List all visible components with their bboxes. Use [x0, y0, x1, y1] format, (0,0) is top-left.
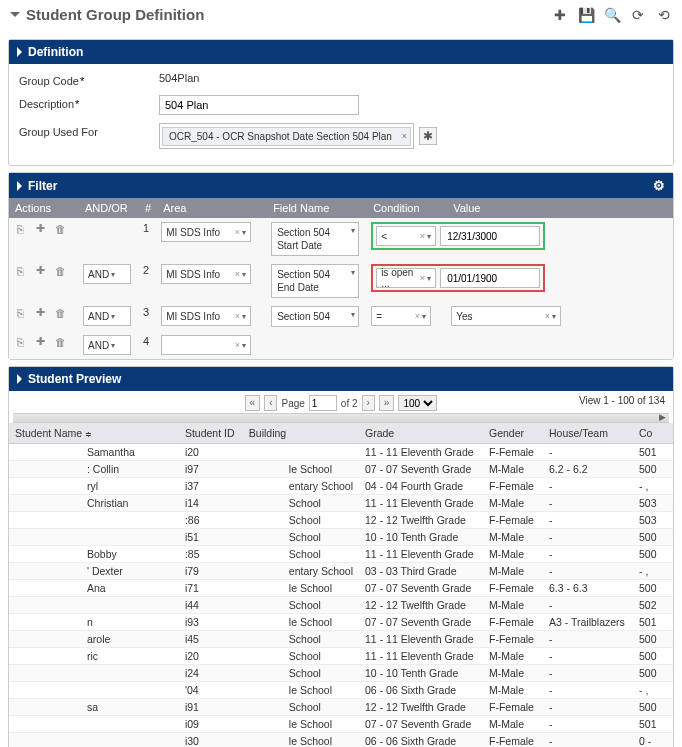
andor-select[interactable]: AND▾ [83, 335, 131, 355]
add-icon[interactable]: ✚ [552, 7, 568, 23]
cell-id: i20 [179, 444, 243, 461]
preview-panel-header[interactable]: Student Preview [9, 367, 673, 391]
panel-caret-icon [17, 181, 22, 191]
delete-row-icon[interactable]: 🗑 [53, 336, 67, 348]
cell-grade: 07 - 07 Seventh Grade [359, 614, 483, 631]
col-gender[interactable]: Gender [483, 423, 543, 444]
cell-house: - [543, 648, 633, 665]
cell-id: :86 [179, 512, 243, 529]
horizontal-scrollbar[interactable] [13, 413, 669, 423]
cell-bldg: le School [243, 716, 359, 733]
copy-row-icon[interactable]: ⎘ [13, 223, 27, 235]
cell-id: i24 [179, 665, 243, 682]
table-row[interactable]: i30le School06 - 06 Sixth GradeF-Female-… [9, 733, 673, 748]
cell-gender: F-Female [483, 444, 543, 461]
group-code-value: 504Plan [159, 72, 663, 84]
cell-gender: F-Female [483, 580, 543, 597]
field-select[interactable]: Section 504 End Date▾ [271, 264, 359, 298]
value-input[interactable] [440, 268, 540, 288]
delete-row-icon[interactable]: 🗑 [53, 223, 67, 235]
pager-first-button[interactable]: « [245, 395, 261, 411]
table-row[interactable]: ni93le School07 - 07 Seventh GradeF-Fema… [9, 614, 673, 631]
condition-select[interactable]: <×▾ [376, 226, 436, 246]
save-icon[interactable]: 💾 [578, 7, 594, 23]
table-row[interactable]: '04le School06 - 06 Sixth GradeM-Male-- … [9, 682, 673, 699]
add-row-icon[interactable]: ✚ [33, 335, 47, 348]
table-row[interactable]: : Collini97le School07 - 07 Seventh Grad… [9, 461, 673, 478]
pager-pagesize-select[interactable]: 100 [398, 395, 437, 411]
filter-row: ⎘✚🗑1MI SDS Info×▾Section 504 Start Date▾… [9, 218, 673, 260]
table-row[interactable]: Samanthai2011 - 11 Eleventh GradeF-Femal… [9, 444, 673, 461]
col-student-name[interactable]: Student Name ≑ [9, 423, 179, 444]
col-house[interactable]: House/Team [543, 423, 633, 444]
table-row[interactable]: Christiani14School11 - 11 Eleventh Grade… [9, 495, 673, 512]
table-row[interactable]: :86School12 - 12 Twelfth GradeF-Female-5… [9, 512, 673, 529]
area-select[interactable]: MI SDS Info×▾ [161, 264, 251, 284]
sync-icon[interactable]: ⟲ [656, 7, 672, 23]
cell-bldg: le School [243, 682, 359, 699]
panel-settings-icon[interactable]: ⚙ [653, 178, 665, 193]
table-row[interactable]: Bobby:85School11 - 11 Eleventh GradeM-Ma… [9, 546, 673, 563]
cell-name: n [9, 614, 179, 631]
table-row[interactable]: Anai71le School07 - 07 Seventh GradeF-Fe… [9, 580, 673, 597]
copy-row-icon[interactable]: ⎘ [13, 336, 27, 348]
pill-remove-icon[interactable]: × [402, 131, 407, 141]
andor-select[interactable]: AND▾ [83, 306, 131, 326]
cell-gender: M-Male [483, 563, 543, 580]
table-row[interactable]: ryli37entary School04 - 04 Fourth GradeF… [9, 478, 673, 495]
definition-panel-header[interactable]: Definition [9, 40, 673, 64]
condition-select[interactable]: =×▾ [371, 306, 431, 326]
col-co[interactable]: Co [633, 423, 673, 444]
table-row[interactable]: i51School10 - 10 Tenth GradeM-Male-500 [9, 529, 673, 546]
add-group-used-for-button[interactable]: ✱ [419, 127, 437, 145]
filter-panel-header[interactable]: Filter ⚙ [9, 173, 673, 198]
description-input[interactable] [159, 95, 359, 115]
pager-next-button[interactable]: › [362, 395, 375, 411]
panel-title: Student Preview [28, 372, 121, 386]
page-title: Student Group Definition [26, 6, 552, 23]
collapse-icon[interactable] [10, 12, 20, 17]
table-row[interactable]: sai91School12 - 12 Twelfth GradeF-Female… [9, 699, 673, 716]
table-row[interactable]: arolei45School11 - 11 Eleventh GradeF-Fe… [9, 631, 673, 648]
cell-id: i51 [179, 529, 243, 546]
col-grade[interactable]: Grade [359, 423, 483, 444]
copy-row-icon[interactable]: ⎘ [13, 265, 27, 277]
table-row[interactable]: i09le School07 - 07 Seventh GradeM-Male-… [9, 716, 673, 733]
cell-gender: M-Male [483, 461, 543, 478]
delete-row-icon[interactable]: 🗑 [53, 265, 67, 277]
field-select[interactable]: Section 504▾ [271, 306, 359, 327]
cell-bldg: le School [243, 733, 359, 748]
field-select[interactable]: Section 504 Start Date▾ [271, 222, 359, 256]
add-row-icon[interactable]: ✚ [33, 264, 47, 277]
delete-row-icon[interactable]: 🗑 [53, 307, 67, 319]
table-row[interactable]: i44School12 - 12 Twelfth GradeM-Male-502 [9, 597, 673, 614]
row-number: 4 [139, 331, 157, 359]
value-input[interactable] [440, 226, 540, 246]
value-select[interactable]: Yes×▾ [451, 306, 561, 326]
area-select[interactable]: ×▾ [161, 335, 251, 355]
cell-gender: M-Male [483, 529, 543, 546]
area-select[interactable]: MI SDS Info×▾ [161, 306, 251, 326]
cell-grade: 04 - 04 Fourth Grade [359, 478, 483, 495]
col-building[interactable]: Building [243, 423, 359, 444]
condition-select[interactable]: is open ...×▾ [376, 268, 436, 288]
filter-condition-value-group: <×▾ [371, 222, 545, 250]
pager-page-input[interactable] [309, 395, 337, 411]
add-row-icon[interactable]: ✚ [33, 222, 47, 235]
refresh-icon[interactable]: ⟳ [630, 7, 646, 23]
search-icon[interactable]: 🔍 [604, 7, 620, 23]
cell-bldg [243, 444, 359, 461]
group-used-for-input[interactable]: OCR_504 - OCR Snapshot Date Section 504 … [159, 123, 414, 149]
table-row[interactable]: rici20School11 - 11 Eleventh GradeM-Male… [9, 648, 673, 665]
table-row[interactable]: i24School10 - 10 Tenth GradeM-Male-500 [9, 665, 673, 682]
pager-prev-button[interactable]: ‹ [264, 395, 277, 411]
cell-co: - , [633, 682, 673, 699]
copy-row-icon[interactable]: ⎘ [13, 307, 27, 319]
andor-select[interactable]: AND▾ [83, 264, 131, 284]
add-row-icon[interactable]: ✚ [33, 306, 47, 319]
area-select[interactable]: MI SDS Info×▾ [161, 222, 251, 242]
pager-last-button[interactable]: » [379, 395, 395, 411]
cell-gender: F-Female [483, 478, 543, 495]
col-student-id[interactable]: Student ID [179, 423, 243, 444]
table-row[interactable]: ' Dexteri79entary School03 - 03 Third Gr… [9, 563, 673, 580]
